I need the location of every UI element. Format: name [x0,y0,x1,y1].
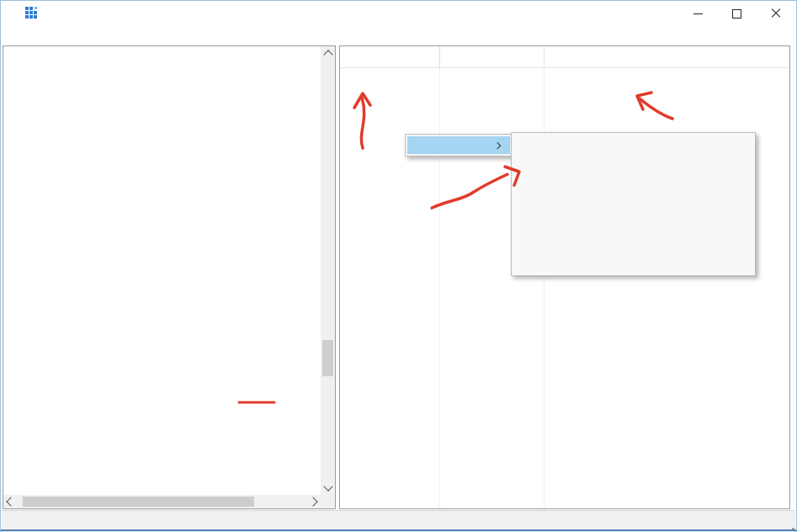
horizontal-scroll-thumb[interactable] [23,497,254,507]
vertical-scroll-thumb[interactable] [322,340,333,376]
regedit-app-icon [24,7,39,21]
tree-horizontal-scrollbar[interactable] [3,495,321,508]
menubar [1,26,796,45]
header-separator[interactable] [439,46,440,67]
registry-values-pane[interactable] [339,45,790,509]
context-menu-item-new[interactable] [407,136,510,154]
titlebar[interactable] [1,1,796,26]
maximize-button[interactable] [718,1,756,26]
window-bottom-edge [1,529,796,531]
submenu-arrow-icon [494,142,501,149]
close-icon [771,8,781,19]
header-separator[interactable] [544,46,545,67]
scroll-right-icon[interactable] [308,497,317,506]
context-menu [405,134,513,157]
minimize-icon [693,13,703,14]
registry-tree-pane[interactable] [3,45,336,509]
minimize-button[interactable] [679,1,717,26]
maximize-icon [732,9,741,19]
scrollbar-corner [321,495,335,508]
registry-editor-window [0,0,797,532]
new-submenu [511,132,756,276]
close-button[interactable] [757,1,794,26]
scroll-up-icon[interactable] [323,50,332,59]
tree-vertical-scrollbar[interactable] [321,46,335,495]
scroll-down-icon[interactable] [323,481,332,491]
scroll-left-icon[interactable] [6,497,15,506]
list-header [340,46,789,68]
